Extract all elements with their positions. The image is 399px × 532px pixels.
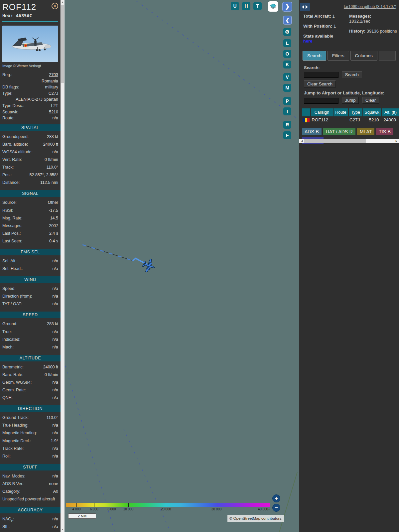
data-row: Track Rate:n/a (2, 446, 58, 453)
zoom-in-button[interactable]: + (272, 494, 280, 502)
map-button-m[interactable]: M (283, 84, 291, 92)
settings-button[interactable]: ⚙ (283, 28, 291, 36)
map[interactable]: U H T ❯ ❮ ⚙ L O K V M P I R F 4 000 (65, 0, 299, 532)
layer-switcher-button[interactable] (268, 1, 278, 12)
data-row: Sel. Alt.:n/a (2, 258, 58, 266)
map-button-l[interactable]: L (283, 39, 291, 47)
row-label: Ground Track: (2, 415, 29, 422)
row-label: SIL: (2, 524, 10, 531)
close-icon[interactable]: × (52, 3, 58, 9)
map-button-h[interactable]: H (242, 2, 250, 10)
data-row: SIL:n/a (2, 524, 58, 531)
row-value: 0 ft/min (45, 372, 58, 379)
jump-clear-button[interactable]: Clear (362, 97, 379, 104)
row-label: Direction (from): (2, 293, 32, 301)
map-button-k[interactable]: K (283, 61, 291, 68)
header-squawk[interactable]: Squawk (363, 108, 381, 116)
jump-button[interactable]: Jump (342, 97, 359, 104)
zoom-out-button[interactable]: − (272, 504, 280, 512)
message-rate: Messages:1832.2/sec (349, 14, 397, 24)
section-header-stuff: STUFF (0, 464, 61, 470)
badge-adsb[interactable]: ADS-B (302, 128, 322, 135)
row-value: none (49, 481, 58, 488)
data-row: Barometric:24000 ft (2, 364, 58, 372)
row-label: Indicated: (2, 336, 20, 344)
data-row: Sel. Head.:n/a (2, 266, 58, 273)
map-button-v[interactable]: V (283, 73, 291, 81)
scrollbar-thumb[interactable] (304, 139, 366, 143)
map-overlay (65, 0, 299, 532)
search-form: Search: Search Clear Search Jump to Airp… (299, 61, 399, 104)
badge-mlat[interactable]: MLAT (357, 128, 374, 135)
data-row: Last Pos.:2.4 s (2, 230, 58, 238)
github-link[interactable]: tar1090 on github (3.14.1707) (344, 4, 396, 9)
tab-filters[interactable]: Filters (328, 51, 349, 61)
row-value: n/a (53, 329, 58, 336)
row-value: 5210 (49, 109, 58, 115)
stats-available: Stats available here (303, 34, 349, 44)
data-row: Nav. Modes:n/a (2, 473, 58, 481)
scroll-left-icon[interactable]: ◄ (300, 139, 303, 143)
section-header-spatial: SPATIAL (0, 124, 61, 131)
map-button-o[interactable]: O (283, 50, 291, 58)
section-header-wind: WIND (0, 276, 61, 283)
show-sidebar-button[interactable]: ❮ (283, 16, 292, 25)
map-button-i[interactable]: I (283, 107, 291, 115)
map-attribution[interactable]: © OpenStreetMap contributors. (227, 515, 284, 522)
header-route[interactable]: Route (333, 108, 348, 116)
row-label: Pos.: (2, 172, 12, 180)
info-row: Romania (2, 78, 58, 84)
row-value: n/a (53, 286, 58, 293)
scrollbar-thumb[interactable] (61, 5, 64, 83)
legend-label: 8 000 (107, 507, 116, 511)
table-row[interactable]: ROF112 C27J 5210 24000 (302, 116, 399, 124)
hide-panel-button[interactable]: ❯ (282, 2, 292, 12)
legend-tick (76, 503, 77, 507)
header-flag[interactable] (302, 108, 310, 116)
tab-columns[interactable]: Columns (350, 51, 377, 61)
data-row: WGS84 altitude:n/a (2, 149, 58, 157)
stats-link[interactable]: here (303, 39, 312, 44)
data-row: QNH:n/a (2, 395, 58, 402)
badge-tisb[interactable]: TIS-B (376, 128, 393, 135)
map-button-f[interactable]: F (283, 131, 291, 139)
registration-link[interactable]: 2703 (49, 72, 58, 78)
toggle-panel-width-button[interactable] (300, 3, 310, 11)
layers-icon (268, 1, 278, 12)
scroll-down-icon[interactable]: ▼ (61, 528, 65, 532)
data-row: Mach:n/a (2, 344, 58, 352)
row-value: n/a (53, 395, 58, 402)
cell-callsign[interactable]: ROF112 (311, 116, 332, 124)
row-label: Groundspeed: (2, 134, 29, 141)
info-row: ALENIA C-27J Spartan (2, 96, 58, 103)
row-value: 24000 ft (43, 364, 58, 372)
row-value: L2T (51, 103, 58, 109)
row-label: Geom. Rate: (2, 387, 26, 395)
clear-search-button[interactable]: Clear Search (304, 80, 336, 87)
info-row: DB flags: military (2, 84, 58, 90)
badge-uat-adsr[interactable]: UAT / ADS-R (323, 128, 355, 135)
section-header-altitude: ALTITUDE (0, 355, 61, 361)
search-input[interactable] (304, 72, 338, 78)
scroll-right-icon[interactable]: ► (395, 139, 398, 143)
panel-horizontal-scrollbar[interactable]: ◄ ► (299, 139, 399, 143)
search-button[interactable]: Search (342, 71, 362, 78)
sidebar-scrollbar[interactable]: ▲ ▼ (61, 0, 65, 532)
map-button-u[interactable]: U (231, 2, 239, 10)
header-altitude[interactable]: Alt. (ft) (382, 108, 399, 116)
row-value: 283 kt (47, 134, 58, 141)
selected-callsign: ROF112 (2, 2, 36, 12)
map-button-p[interactable]: P (283, 97, 291, 105)
data-row: Speed:n/a (2, 286, 58, 293)
legend-tick (128, 503, 129, 507)
header-callsign[interactable]: Callsign (311, 108, 333, 116)
aircraft-icon[interactable] (141, 257, 157, 274)
scroll-up-icon[interactable]: ▲ (61, 0, 65, 4)
header-type[interactable]: Type (349, 108, 362, 116)
map-button-t[interactable]: T (253, 2, 262, 10)
cell-altitude: 24000 (381, 116, 399, 124)
tab-search[interactable]: Search (303, 51, 326, 61)
jump-input[interactable] (304, 98, 338, 104)
map-button-r[interactable]: R (283, 121, 291, 129)
row-label: Track Rate: (2, 446, 24, 453)
